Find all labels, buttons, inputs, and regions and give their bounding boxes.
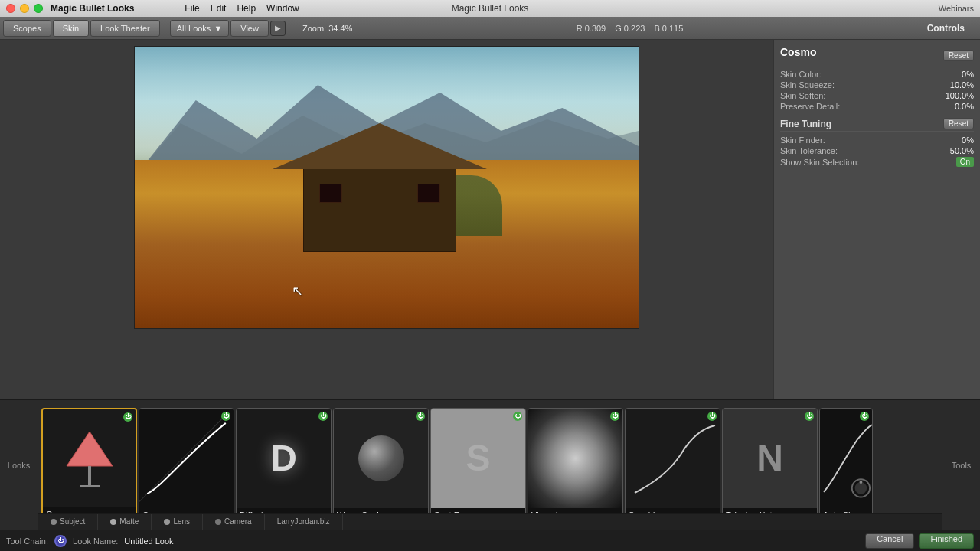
toolbar: Scopes Skin Look Theater All Looks ▼ Vie… [0,17,980,40]
look-theater-button[interactable]: Look Theater [90,20,160,37]
tile-preview-curves [139,409,234,508]
controls-label: Controls [915,23,977,34]
separator-1 [165,21,165,36]
tile-power-diffusion[interactable]: ⏻ [318,412,328,421]
reset-button[interactable]: Reset [943,50,974,61]
subject-dot-icon [51,519,57,525]
app-name-label: Magic Bullet Looks [51,3,134,14]
tile-power-vignette[interactable]: ⏻ [610,412,619,421]
spot-letter-icon: S [466,437,490,479]
tile-preview-shoulder [626,409,720,508]
panel-title: Cosmo [780,46,816,58]
tool-chain-bar: Tool Chain: ⏻ Look Name: Untitled Look C… [0,530,980,551]
tile-shoulder[interactable]: ⏻ Shoulder [625,408,720,523]
window-title: Magic Bullet Looks [452,3,529,14]
look-name-value: Untitled Look [124,536,173,546]
tool-chain-power-button[interactable]: ⏻ [54,535,67,547]
cat-tab-lens[interactable]: Lens [152,514,203,530]
tile-vignette[interactable]: ⏻ Vignette [528,408,623,523]
tile-power-spot[interactable]: ⏻ [513,412,522,421]
param-skin-tolerance: Skin Tolerance: 50.0% [780,145,974,156]
rgb-info: R 0.309 G 0.223 B 0.115 [577,24,684,33]
telecine-letter-icon: N [756,437,783,479]
g-value: G 0.223 [615,24,645,33]
cat-tab-subject[interactable]: Subject [38,514,98,530]
play-button[interactable]: ▶ [270,21,286,36]
tile-cosmo[interactable]: ⏻ Cosmo [41,408,137,523]
menu-help[interactable]: Help [237,3,256,14]
svg-rect-4 [80,485,100,487]
param-skin-squeeze: Skin Squeeze: 10.0% [780,80,974,90]
param-skin-soften: Skin Soften: 100.0% [780,90,974,101]
canvas-area: ↖ [0,40,773,399]
cancel-button[interactable]: Cancel [865,533,914,549]
zoom-value: 34.4% [328,24,352,33]
fullscreen-button[interactable] [34,4,43,13]
scopes-button[interactable]: Scopes [3,20,51,37]
tile-power-cosmo[interactable]: ⏻ [123,412,132,422]
category-tabs: Subject Matte Lens Camera LarryJordan.bi… [38,513,942,530]
svg-point-11 [859,481,862,484]
view-button[interactable]: View [230,20,269,37]
close-button[interactable] [6,4,15,13]
skin-button[interactable]: Skin [53,20,89,37]
tool-chain-actions: Cancel Finished [865,533,974,549]
dropdown-arrow-icon: ▼ [214,24,222,33]
tile-power-autosho[interactable]: ⏻ [860,412,869,421]
finished-button[interactable]: Finished [919,533,974,549]
tile-preview-spot: S [431,409,525,508]
diffusion-letter-icon: D [270,437,297,479]
barn-body [303,168,456,252]
cosmo-glass-icon [63,424,116,493]
tile-warmcool[interactable]: ⏻ Warm/Cool [333,408,429,523]
tool-chain-label: Tool Chain: [6,536,48,546]
tools-label: Tools [942,400,980,530]
cursor: ↖ [292,282,307,298]
minimize-button[interactable] [20,4,29,13]
vignette-radial-icon [528,409,622,508]
cat-tab-camera[interactable]: Camera [203,514,265,530]
cat-tab-matte[interactable]: Matte [98,514,152,530]
looks-label: Looks [0,400,38,530]
tile-preview-telecine: N [723,409,817,508]
tile-power-shoulder[interactable]: ⏻ [707,412,717,421]
all-looks-dropdown[interactable]: All Looks ▼ [170,20,230,37]
titlebar: Magic Bullet Looks File Edit Help Window… [0,0,980,17]
tile-autosho[interactable]: ⏻ Auto Sho [819,408,873,523]
tile-power-telecine[interactable]: ⏻ [805,412,814,421]
bottom-strip: Looks ⏻ Cosmo ⏻ [0,399,980,530]
tile-preview-autosho [820,409,872,508]
tile-diffusion[interactable]: ⏻ D Diffusion [236,408,332,523]
tile-spot[interactable]: ⏻ S Spot Exposure [430,408,526,523]
autosho-curve-icon [820,416,872,500]
tiles-container: ⏻ Cosmo ⏻ [38,400,942,530]
tile-preview-warmcool [334,409,428,508]
matte-dot-icon [110,519,116,525]
param-group-cosmo: Skin Color: 0% Skin Squeeze: 10.0% Skin … [780,69,974,112]
param-group-fine-tuning: Skin Finder: 0% Skin Tolerance: 50.0% Sh… [780,135,974,168]
tile-power-curves[interactable]: ⏻ [221,412,230,421]
right-panel: Cosmo Reset Skin Color: 0% Skin Squeeze:… [773,40,980,399]
tile-telecine[interactable]: ⏻ N Telecine Net [722,408,818,523]
look-name-label: Look Name: [73,536,118,546]
tile-preview-cosmo [43,409,136,507]
shoulder-curve-icon [627,416,719,500]
fine-tuning-header: Fine Tuning Reset [780,118,974,132]
param-show-skin-selection: Show Skin Selection: On [780,156,974,168]
menu-file[interactable]: File [185,3,199,14]
fine-tuning-reset-button[interactable]: Reset [943,118,974,129]
tile-curves[interactable]: ⏻ Curves [139,408,234,523]
cat-tab-larry[interactable]: LarryJordan.biz [265,514,343,530]
webinars-link[interactable]: Webinars [939,4,974,13]
tile-power-warmcool[interactable]: ⏻ [416,412,425,421]
titlebar-right: Webinars [939,4,974,13]
warmcool-sphere-icon [358,435,404,481]
barn [273,129,487,252]
menu-window[interactable]: Window [266,3,299,14]
svg-rect-3 [88,466,91,485]
tile-preview-vignette [528,409,622,508]
param-preserve-detail: Preserve Detail: 0.0% [780,101,974,112]
tile-preview-diffusion: D [237,409,331,508]
zoom-info: Zoom: 34.4% [302,24,352,33]
menu-edit[interactable]: Edit [211,3,227,14]
